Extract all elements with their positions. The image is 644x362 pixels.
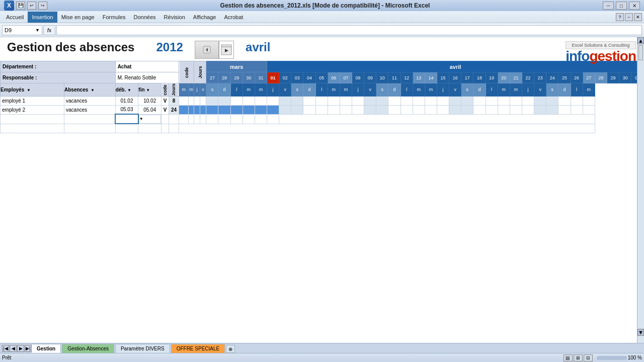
scroll-down-btn[interactable]: ▼ (637, 329, 644, 336)
sheet-header-area: Gestion des absences 2012 ▶ avril (0, 37, 644, 59)
formula-input[interactable] (56, 25, 642, 35)
emp2-avril13 (364, 105, 376, 114)
empty1-col3 (115, 124, 138, 133)
excel-logo: X (4, 1, 14, 11)
tab-nav[interactable]: |◀ ◀ ▶ ▶| (2, 345, 32, 352)
emp1-avril27 (534, 96, 546, 105)
avril-dow07: s (291, 83, 303, 97)
input-cal-rest (279, 114, 595, 124)
prev-tab-btn[interactable]: ◀ (10, 345, 17, 352)
vertical-scrollbar[interactable]: ▲ ▼ (637, 37, 644, 343)
avril-dow23: l (486, 83, 498, 97)
emp1-avril23 (486, 96, 498, 105)
menu-insertion[interactable]: Insertion (28, 12, 57, 23)
input-emp[interactable] (1, 114, 64, 124)
name-box-arrow[interactable]: ▼ (35, 28, 40, 33)
minimize-btn[interactable]: ─ (603, 2, 614, 10)
menu-affichage[interactable]: Affichage (189, 12, 220, 23)
deb-dropdown-icon[interactable]: ▼ (127, 88, 131, 93)
avril-dow16: l (400, 83, 413, 97)
logo-name: infogestion (566, 49, 636, 63)
input-row[interactable]: ▼ (1, 114, 644, 124)
input-fin-container[interactable]: ▼ (139, 115, 161, 124)
emp1-fin: 10.02 (138, 96, 162, 105)
menu-accueil[interactable]: Accueil (2, 12, 28, 23)
avril-d05: 05 (315, 72, 328, 83)
menu-acrobat[interactable]: Acrobat (220, 12, 247, 23)
menu-formules[interactable]: Formules (99, 12, 130, 23)
emp1-absence: vacances (64, 96, 116, 105)
avril-d15: 15 (437, 72, 449, 83)
prev-month-btn[interactable] (195, 41, 219, 59)
emp2-code: V (162, 105, 169, 114)
tab-gestion-absences[interactable]: Gestion-Absences (62, 344, 114, 353)
emp2-avril30 (571, 105, 583, 114)
avril-dow11: m (340, 83, 352, 97)
last-tab-btn[interactable]: ▶| (25, 345, 32, 352)
avril-dow26: j (522, 83, 534, 97)
emp2-avril24 (498, 105, 510, 114)
quick-save-btn[interactable]: 💾 (16, 2, 25, 10)
emp1-avril12 (352, 96, 364, 105)
menu-mise-en-page[interactable]: Mise en page (57, 12, 99, 23)
menu-revision[interactable]: Révision (160, 12, 189, 23)
emp2-fin: 05.04 (138, 105, 162, 114)
responsible-row: Responsable : M. Renato Sottile 27 28 29… (1, 72, 644, 83)
formula-fx-btn[interactable]: fx (43, 25, 55, 35)
emp2-avril09 (315, 105, 328, 114)
emp1-avril19 (437, 96, 449, 105)
new-sheet-btn[interactable]: ⊕ (226, 345, 235, 353)
emp1-avril09 (315, 96, 328, 105)
employes-dropdown-icon[interactable]: ▼ (27, 88, 31, 93)
menu-donnees[interactable]: Données (130, 12, 160, 23)
menu-bar: Accueil Insertion Mise en page Formules … (0, 11, 644, 23)
input-cal5 (206, 114, 218, 124)
input-dropdown-icon[interactable]: ▼ (139, 117, 143, 121)
next-tab-btn[interactable]: ▶ (17, 345, 24, 352)
zoom-slider[interactable] (597, 356, 627, 360)
jours-vertical-header: Jours (194, 61, 206, 83)
emp2-avril26 (522, 105, 534, 114)
close-btn[interactable]: ✕ (629, 2, 640, 10)
emp2-deb: 05.03 (115, 105, 138, 114)
maximize-btn[interactable]: □ (616, 2, 627, 10)
emp1-code: V (162, 96, 169, 105)
undo-btn[interactable]: ↩ (27, 2, 36, 10)
tab-gestion[interactable]: Gestion (31, 344, 61, 353)
avril-dow24: m (498, 83, 510, 97)
redo-btn[interactable]: ↪ (38, 2, 47, 10)
emp1-mars29 (194, 96, 200, 105)
fin-dropdown-icon[interactable]: ▼ (146, 88, 150, 93)
name-box[interactable]: D9 ▼ (2, 25, 42, 35)
normal-view-btn[interactable]: ▤ (564, 354, 573, 361)
page-break-view-btn[interactable]: ⊟ (584, 354, 593, 361)
emp1-jours: 8 (169, 96, 179, 105)
scroll-up-btn[interactable]: ▲ (637, 37, 644, 44)
emp1-avril18 (425, 96, 437, 105)
avril-d22: 22 (522, 72, 534, 83)
emp2-avril19 (437, 105, 449, 114)
absences-dropdown-icon[interactable]: ▼ (91, 88, 95, 93)
input-absence[interactable] (64, 114, 116, 124)
help-btn[interactable]: ? (616, 13, 624, 21)
status-text: Prêt (2, 355, 11, 360)
input-jours[interactable] (169, 114, 179, 124)
ribbon-close-btn[interactable]: ✕ (634, 13, 642, 21)
avril-d03: 03 (291, 72, 303, 83)
ribbon-minimize-btn[interactable]: − (625, 13, 633, 21)
input-deb[interactable] (115, 114, 138, 124)
formula-bar: D9 ▼ fx (0, 23, 644, 37)
scroll-thumb[interactable] (638, 45, 643, 60)
avril-d04: 04 (303, 72, 315, 83)
avril-d17: 17 (461, 72, 473, 83)
emp2-may01 (583, 105, 595, 114)
tab-parametre-divers[interactable]: Paramètre DIVERS (115, 344, 170, 353)
layout-view-btn[interactable]: ⊞ (574, 354, 583, 361)
avril-dow19: j (437, 83, 449, 97)
input-code[interactable] (162, 114, 169, 124)
first-tab-btn[interactable]: |◀ (2, 345, 9, 352)
tab-offre-speciale[interactable]: OFFRE SPECIALE (171, 344, 225, 353)
input-cal4 (200, 114, 206, 124)
avril-d01: 01 (267, 72, 279, 83)
window-controls[interactable]: ─ □ ✕ (603, 2, 640, 10)
